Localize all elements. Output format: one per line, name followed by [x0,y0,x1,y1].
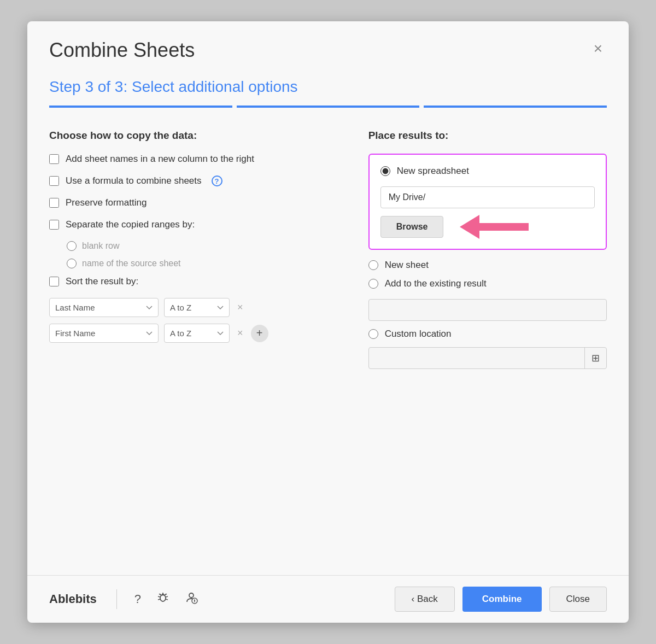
svg-point-2 [189,593,194,598]
left-section-label: Choose how to copy the data: [49,130,336,142]
dialog-header: Combine Sheets × [27,21,629,73]
add-sort-button[interactable]: + [251,325,268,342]
bug-icon-button[interactable] [153,589,173,610]
checkbox-row-2: Use a formula to combine sheets ? [49,175,336,186]
remove-sort-1-button[interactable]: × [235,302,245,313]
drive-path-input[interactable] [380,186,595,208]
existing-result-input[interactable] [368,299,607,321]
custom-location-label: Custom location [385,329,452,339]
sort-result-label: Sort the result by: [66,276,138,287]
use-formula-label: Use a formula to combine sheets [66,175,202,186]
sort-column-select-2[interactable]: First Name Last Name Email [49,324,159,343]
svg-point-1 [162,594,164,596]
sort-column-select-1[interactable]: Last Name First Name Email [49,298,159,317]
source-sheet-radio[interactable] [67,259,77,268]
arrow-head [460,215,479,239]
sort-order-select-2[interactable]: A to Z Z to A [164,324,230,343]
combine-button[interactable]: Combine [462,587,542,612]
close-button[interactable]: Close [549,587,607,612]
main-content: Choose how to copy the data: Add sheet n… [27,108,629,575]
sort-section: Sort the result by: Last Name First Name… [49,276,336,343]
formula-help-icon[interactable]: ? [212,175,222,186]
sort-order-select-1[interactable]: A to Z Z to A [164,298,230,317]
checkbox-row-1: Add sheet names in a new column to the r… [49,154,336,165]
sort-row-2: First Name Last Name Email A to Z Z to A… [49,324,336,343]
browse-button[interactable]: Browse [380,216,444,238]
place-results-box: New spreadsheet Browse [368,154,607,250]
existing-result-label: Add to the existing result [385,278,487,289]
radio-row-blank: blank row [67,241,336,251]
radio-row-custom-location: Custom location [368,329,607,339]
right-radio-group-outer: New sheet Add to the existing result Cus… [368,260,607,369]
back-button[interactable]: ‹ Back [395,587,455,612]
custom-location-radio[interactable] [368,329,378,339]
step-prefix: Step 3 of 3: [49,78,132,95]
pink-arrow [460,215,529,239]
remove-sort-2-button[interactable]: × [235,327,245,339]
add-sheet-names-checkbox[interactable] [49,154,59,164]
radio-row-source: name of the source sheet [67,259,336,268]
sub-radio-group: blank row name of the source sheet [67,241,336,268]
close-icon-button[interactable]: × [589,39,607,58]
custom-location-input[interactable] [369,348,584,368]
arrow-body [479,223,529,231]
new-spreadsheet-label: New spreadsheet [397,166,469,177]
custom-location-input-wrapper: ⊞ [368,347,607,369]
radio-row-new-sheet: New sheet [368,260,607,271]
preserve-formatting-checkbox[interactable] [49,198,59,208]
step-section: Step 3 of 3: Select additional options [27,73,629,108]
existing-result-radio[interactable] [368,279,378,289]
new-sheet-label: New sheet [385,260,429,271]
add-sheet-names-label: Add sheet names in a new column to the r… [66,154,254,165]
sort-result-checkbox[interactable] [49,277,59,286]
brand-label: Ablebits [49,592,97,606]
radio-row-existing-result: Add to the existing result [368,278,607,289]
separate-ranges-label: Separate the copied ranges by: [66,219,195,230]
source-sheet-label: name of the source sheet [82,259,181,268]
separate-ranges-checkbox[interactable] [49,220,59,230]
right-section-label: Place results to: [368,130,607,142]
blank-row-label: blank row [82,241,119,251]
dialog-title: Combine Sheets [49,39,195,62]
combine-sheets-dialog: Combine Sheets × Step 3 of 3: Select add… [27,21,629,623]
right-panel: Place results to: New spreadsheet Browse [368,130,607,564]
dialog-footer: Ablebits ? [27,575,629,623]
help-icon-button[interactable]: ? [131,590,144,608]
preserve-formatting-label: Preserve formatting [66,197,147,208]
sort-checkbox-row: Sort the result by: [49,276,336,287]
footer-divider [116,589,117,609]
new-spreadsheet-radio[interactable] [380,166,390,176]
use-formula-checkbox[interactable] [49,176,59,186]
person-icon-button[interactable] [181,589,201,610]
blank-row-radio[interactable] [67,241,77,251]
svg-point-0 [160,595,166,601]
footer-actions: ‹ Back Combine Close [395,587,607,612]
step-label: Select additional options [132,78,298,95]
left-panel: Choose how to copy the data: Add sheet n… [49,130,336,564]
sort-row-1: Last Name First Name Email A to Z Z to A… [49,298,336,317]
step-text: Step 3 of 3: Select additional options [49,78,607,96]
new-sheet-radio[interactable] [368,260,378,270]
checkbox-row-3: Preserve formatting [49,197,336,208]
browse-arrow-annotation [460,215,529,239]
checkbox-row-4: Separate the copied ranges by: [49,219,336,230]
right-radio-row-new-spreadsheet: New spreadsheet [380,166,595,177]
grid-icon-button[interactable]: ⊞ [584,348,606,368]
